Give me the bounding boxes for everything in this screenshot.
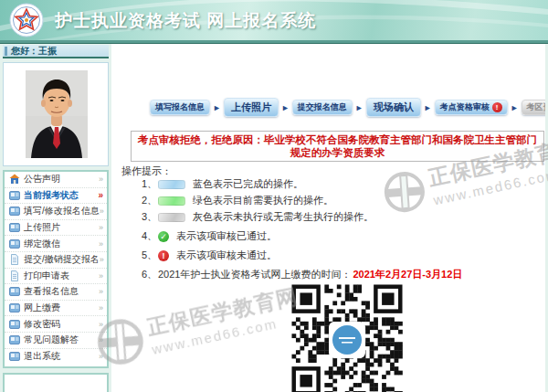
wechat-qr-code xyxy=(288,281,406,392)
payment-period-date: 2021年2月27日-3月12日 xyxy=(353,268,462,281)
step-arrow-icon: ► xyxy=(355,103,364,112)
green-swatch-icon xyxy=(158,196,185,206)
nurse-exam-registration-page: 护士执业资格考试 网上报名系统 您好：王振 xyxy=(0,0,548,392)
sidebar-item-label: 上传照片 xyxy=(24,221,99,234)
rejected-exclamation-icon: ! xyxy=(492,102,502,112)
sidebar-item-view-registration[interactable]: 查看报名信息 » xyxy=(5,284,107,301)
chevron-right-icon: » xyxy=(99,271,103,281)
tip-item-gray: 3、 灰色表示未执行或无需考生执行的操作。 xyxy=(142,210,462,224)
step-onsite-confirm: 现场确认 xyxy=(366,98,421,117)
sidebar-footer-panel xyxy=(3,373,109,392)
sidebar-item-announcement[interactable]: 公告声明 » xyxy=(5,172,107,188)
sidebar-item-change-password[interactable]: 修改密码 » xyxy=(5,316,107,333)
tip-text: 表示该项审核未通过。 xyxy=(176,249,277,262)
sidebar-item-label: 填写/修改报名信息 xyxy=(24,205,100,217)
card-icon xyxy=(9,190,20,201)
page-title-exam: 护士执业资格考试 xyxy=(55,11,201,30)
sidebar-item-label: 查看报名信息 xyxy=(24,285,99,298)
tip-item-green: 2、 绿色表示目前需要执行的操作。 xyxy=(142,194,462,207)
gray-swatch-icon xyxy=(158,213,185,222)
sidebar-item-submit-withdraw[interactable]: 提交/撤销提交报名 » xyxy=(5,252,107,269)
tip-item-failed: 5、 ! 表示该项审核未通过。 xyxy=(142,249,462,262)
sidebar-item-edit-registration[interactable]: 填写/修改报名信息 » xyxy=(5,204,107,220)
sidebar-item-label: 常见问题解答 xyxy=(24,334,99,346)
page-title: 护士执业资格考试 网上报名系统 xyxy=(55,9,316,33)
sidebar-item-label: 退出系统 xyxy=(24,350,99,363)
applicant-photo-box xyxy=(3,62,109,166)
applicant-portrait xyxy=(26,70,88,158)
sidebar-item-current-status[interactable]: 当前报考状态 » xyxy=(5,188,107,205)
chevron-right-icon: » xyxy=(99,335,103,344)
tips-title: 操作提示： xyxy=(121,164,172,178)
sidebar-item-faq[interactable]: 常见问题解答 » xyxy=(5,333,107,349)
document-icon xyxy=(9,270,20,281)
card-icon xyxy=(9,302,20,313)
greeting-text: 您好：王振 xyxy=(11,45,57,58)
card-icon xyxy=(9,351,20,362)
sidebar-item-label: 网上缴费 xyxy=(24,302,99,314)
exam-authority-logo xyxy=(9,3,44,37)
step-arrow-icon: ► xyxy=(213,103,221,112)
green-check-icon: ✓ xyxy=(158,231,169,242)
sidebar-item-label: 打印申请表 xyxy=(24,270,99,282)
page-title-system: 网上报名系统 xyxy=(206,11,316,30)
chevron-right-icon: » xyxy=(99,352,103,361)
sidebar-item-label: 当前报考状态 xyxy=(24,189,98,202)
tip-item-payment-period: 6、 2021年护士执业资格考试网上缴费的时间： 2021年2月27日-3月12… xyxy=(142,268,462,281)
step-fill-info: 填写报名信息 xyxy=(150,100,210,115)
sidebar-item-upload-photo[interactable]: 上传照片 » xyxy=(5,220,107,237)
step-upload-photo: 上传照片 xyxy=(224,98,279,117)
tips-list: 1、 蓝色表示已完成的操作。 2、 绿色表示目前需要执行的操作。 3、 灰色表示… xyxy=(142,177,462,284)
card-icon xyxy=(9,334,20,345)
step-arrow-icon: ► xyxy=(511,103,519,112)
tip-item-blue: 1、 蓝色表示已完成的操作。 xyxy=(142,177,462,191)
red-exclamation-icon: ! xyxy=(158,250,169,261)
sidebar-item-label: 提交/撤销提交报名 xyxy=(24,253,100,266)
sidebar-menu: 公告声明 » 当前报考状态 » 填写/修改报名信息 » 上传照片 » 绑定微信 … xyxy=(3,170,109,368)
chevron-right-icon: » xyxy=(98,190,103,200)
sidebar-item-label: 绑定微信 xyxy=(24,238,99,250)
step-arrow-icon: ► xyxy=(281,103,290,112)
chevron-right-icon: » xyxy=(100,207,104,216)
qr-code-image xyxy=(288,281,406,392)
chevron-right-icon: » xyxy=(99,287,103,296)
tip-text: 表示该项审核已通过。 xyxy=(176,229,277,243)
user-greeting: 您好：王振 xyxy=(3,45,109,58)
sidebar-item-logout[interactable]: 退出系统 » xyxy=(5,349,107,366)
chevron-right-icon: » xyxy=(99,175,103,184)
blue-swatch-icon xyxy=(158,180,185,189)
chevron-right-icon: » xyxy=(99,320,103,329)
step-site-review: 考点资格审核 ! xyxy=(435,100,508,115)
chevron-right-icon: » xyxy=(99,303,103,313)
tip-text: 蓝色表示已完成的操作。 xyxy=(193,177,303,191)
sidebar-item-label: 公告声明 xyxy=(24,173,99,185)
card-icon xyxy=(9,222,20,233)
step-arrow-icon: ► xyxy=(424,103,432,112)
review-rejection-alert: 考点审核拒绝，拒绝原因：毕业学校不符合国务院教育主管部门和国务院卫生主管部门规定… xyxy=(131,131,544,162)
sidebar-item-label: 修改密码 xyxy=(24,318,99,331)
app-header: 护士执业资格考试 网上报名系统 xyxy=(0,0,548,40)
chevron-right-icon: » xyxy=(99,223,103,232)
tip-text: 绿色表示目前需要执行的操作。 xyxy=(193,194,333,207)
chevron-right-icon: » xyxy=(100,255,104,264)
home-icon xyxy=(9,174,20,185)
registration-progress-tracker: 填写报名信息 ► 上传照片 ► 提交报名信息 ► 现场确认 ► 考点资格审核 !… xyxy=(150,98,545,117)
card-icon xyxy=(9,286,20,297)
step-district-review: 考区资格审核 xyxy=(522,100,545,115)
greeting-accent-bar xyxy=(5,47,7,56)
sidebar-item-online-payment[interactable]: 网上缴费 » xyxy=(5,301,107,317)
card-icon xyxy=(9,319,20,330)
card-icon xyxy=(9,238,20,249)
tip-item-passed: 4、 ✓ 表示该项审核已通过。 xyxy=(142,229,462,243)
card-icon xyxy=(9,206,20,217)
sidebar-item-bind-wechat[interactable]: 绑定微信 » xyxy=(5,236,107,252)
step-submit-info: 提交报名信息 xyxy=(292,100,353,115)
tip-text: 2021年护士执业资格考试网上缴费的时间： xyxy=(158,268,351,281)
main-content: 填写报名信息 ► 上传照片 ► 提交报名信息 ► 现场确认 ► 考点资格审核 !… xyxy=(111,44,545,392)
sidebar-item-print-application[interactable]: 打印申请表 » xyxy=(5,269,107,285)
document-icon xyxy=(9,254,20,265)
chevron-right-icon: » xyxy=(99,239,103,249)
rejection-reason-text: 考点审核拒绝，拒绝原因：毕业学校不符合国务院教育主管部门和国务院卫生主管部门规定… xyxy=(137,133,538,159)
tip-text: 灰色表示未执行或无需考生执行的操作。 xyxy=(193,210,374,224)
